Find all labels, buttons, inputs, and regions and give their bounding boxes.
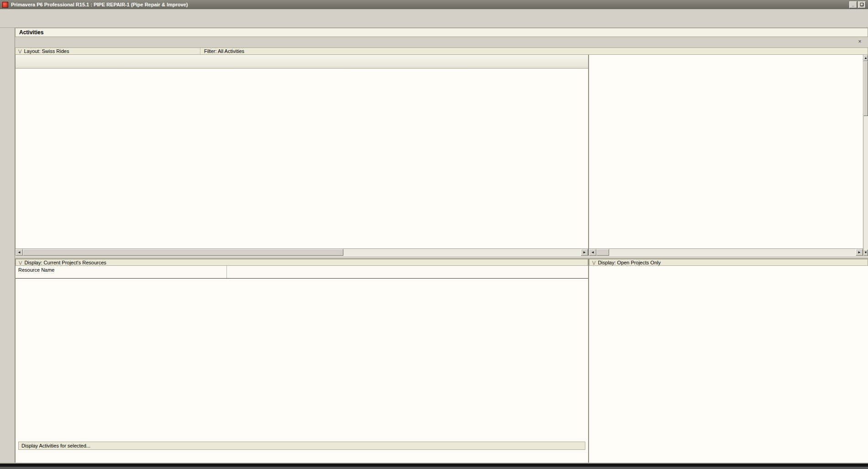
resource-name-header-label: Resource Name xyxy=(18,267,54,273)
panel-title: Activities xyxy=(15,28,868,37)
filter-label: Filter: All Activities xyxy=(204,48,244,54)
left-toolbar-rail xyxy=(0,28,15,463)
scroll-left-icon[interactable]: ◄ xyxy=(589,249,596,256)
activities-window: Activities × ⋁ Layout: Swiss Rides Filte… xyxy=(15,28,868,463)
activities-top-area: ◄ ► ◄ ► ▲ ▼ xyxy=(15,55,868,256)
scroll-left-icon[interactable]: ◄ xyxy=(16,249,23,256)
panel-title-text: Activities xyxy=(19,29,43,36)
histogram-display-label: Display: Open Projects Only xyxy=(598,260,661,265)
resources-display-label: Display: Current Project's Resources xyxy=(24,260,106,265)
app-icon xyxy=(2,2,8,8)
scroll-up-icon[interactable]: ▲ xyxy=(863,55,868,61)
scrollbar-thumb[interactable] xyxy=(23,249,343,256)
activity-table: ◄ ► xyxy=(15,55,588,256)
resource-name-header[interactable]: Resource Name xyxy=(16,266,588,279)
display-activities-bar[interactable]: Display Activities for selected... xyxy=(18,442,585,450)
resources-pane: ⋁ Display: Current Project's Resources R… xyxy=(15,259,588,463)
close-panel-icon[interactable]: × xyxy=(856,38,863,46)
resources-display-bar[interactable]: ⋁ Display: Current Project's Resources xyxy=(16,259,588,266)
scrollbar-thumb[interactable] xyxy=(863,61,868,116)
layout-bar-chevron-icon: ⋁ xyxy=(18,49,21,53)
scrollbar-thumb[interactable] xyxy=(596,249,609,256)
scroll-down-icon[interactable]: ▼ xyxy=(863,249,868,256)
bottom-area: ⋁ Display: Current Project's Resources R… xyxy=(15,259,868,463)
gantt-bars-canvas[interactable] xyxy=(589,69,864,241)
display-bar-chevron-icon: ⋁ xyxy=(19,260,22,265)
layout-label: Layout: Swiss Rides xyxy=(24,48,69,54)
title-bar: Primavera P6 Professional R15.1 : PIPE R… xyxy=(0,0,868,9)
display-bar-chevron-icon: ⋁ xyxy=(592,260,595,265)
gantt-horizontal-scrollbar[interactable]: ◄ ► xyxy=(589,248,863,256)
histogram-display-bar[interactable]: ⋁ Display: Open Projects Only xyxy=(589,259,868,266)
column-divider[interactable] xyxy=(226,266,227,278)
layout-options-bar[interactable]: ⋁ Layout: Swiss Rides Filter: All Activi… xyxy=(15,47,868,55)
menu-bar xyxy=(0,9,868,17)
scroll-right-icon[interactable]: ► xyxy=(856,249,863,256)
minimize-button[interactable]: _ xyxy=(849,1,857,8)
activity-table-header xyxy=(16,55,588,69)
window-title: Primavera P6 Professional R15.1 : PIPE R… xyxy=(11,2,188,7)
gantt-chart: ◄ ► xyxy=(588,55,863,256)
activity-table-filler xyxy=(16,195,588,248)
scroll-right-icon[interactable]: ► xyxy=(581,249,588,256)
tab-bar xyxy=(15,37,868,47)
horizontal-splitter[interactable] xyxy=(15,256,868,259)
restore-button[interactable]: ❏ xyxy=(858,1,866,8)
table-horizontal-scrollbar[interactable]: ◄ ► xyxy=(16,248,588,256)
resource-usage-histogram: ⋁ Display: Open Projects Only xyxy=(588,259,868,463)
toolbar xyxy=(0,17,868,28)
window-bottom-edge xyxy=(0,463,868,469)
histogram-canvas[interactable] xyxy=(589,266,868,445)
scrollbar-track[interactable] xyxy=(863,116,868,249)
scrollbar-track[interactable] xyxy=(343,249,581,256)
display-activities-label: Display Activities for selected... xyxy=(21,443,90,448)
scrollbar-track[interactable] xyxy=(609,249,856,256)
